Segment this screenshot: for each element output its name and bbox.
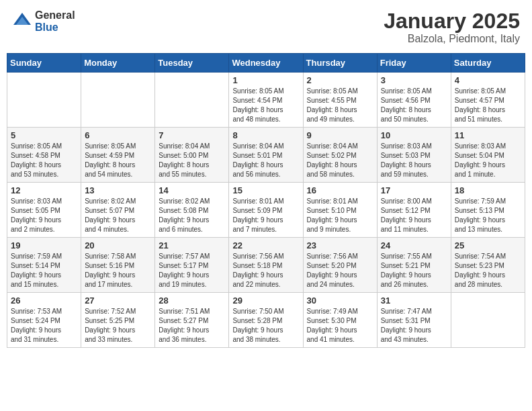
day-info: Sunrise: 7:54 AM Sunset: 5:23 PM Dayligh…	[455, 252, 521, 289]
weekday-header-friday: Friday	[377, 54, 451, 73]
calendar-cell: 15Sunrise: 8:01 AM Sunset: 5:09 PM Dayli…	[229, 183, 303, 238]
day-number: 7	[159, 130, 225, 140]
day-info: Sunrise: 8:05 AM Sunset: 4:58 PM Dayligh…	[11, 142, 77, 179]
day-info: Sunrise: 8:00 AM Sunset: 5:12 PM Dayligh…	[381, 197, 447, 234]
logo-text: General Blue	[35, 9, 75, 33]
day-number: 14	[159, 185, 225, 195]
day-number: 30	[307, 295, 373, 306]
day-info: Sunrise: 8:04 AM Sunset: 5:02 PM Dayligh…	[307, 142, 373, 179]
day-number: 17	[381, 185, 447, 195]
calendar-cell: 7Sunrise: 8:04 AM Sunset: 5:00 PM Daylig…	[155, 128, 229, 183]
day-info: Sunrise: 8:05 AM Sunset: 4:59 PM Dayligh…	[85, 142, 151, 179]
logo-blue-label: Blue	[35, 21, 75, 34]
calendar-cell: 29Sunrise: 7:50 AM Sunset: 5:28 PM Dayli…	[229, 293, 303, 348]
calendar-cell: 3Sunrise: 8:05 AM Sunset: 4:56 PM Daylig…	[377, 73, 451, 128]
day-info: Sunrise: 7:51 AM Sunset: 5:27 PM Dayligh…	[159, 307, 225, 345]
day-number: 23	[307, 240, 373, 250]
calendar-cell: 9Sunrise: 8:04 AM Sunset: 5:02 PM Daylig…	[303, 128, 377, 183]
day-info: Sunrise: 8:05 AM Sunset: 4:57 PM Dayligh…	[455, 87, 521, 124]
day-info: Sunrise: 8:01 AM Sunset: 5:10 PM Dayligh…	[307, 197, 373, 234]
day-number: 19	[11, 240, 77, 250]
calendar-cell: 4Sunrise: 8:05 AM Sunset: 4:57 PM Daylig…	[451, 73, 525, 128]
weekday-header-tuesday: Tuesday	[155, 54, 229, 73]
calendar-cell: 18Sunrise: 7:59 AM Sunset: 5:13 PM Dayli…	[451, 183, 525, 238]
calendar-table: SundayMondayTuesdayWednesdayThursdayFrid…	[7, 53, 525, 348]
day-number: 25	[455, 240, 521, 250]
calendar-cell: 8Sunrise: 8:04 AM Sunset: 5:01 PM Daylig…	[229, 128, 303, 183]
day-info: Sunrise: 8:03 AM Sunset: 5:04 PM Dayligh…	[455, 142, 521, 179]
day-info: Sunrise: 7:58 AM Sunset: 5:16 PM Dayligh…	[85, 252, 151, 289]
day-number: 1	[232, 75, 299, 85]
week-row-3: 12Sunrise: 8:03 AM Sunset: 5:05 PM Dayli…	[7, 183, 525, 238]
calendar-cell: 16Sunrise: 8:01 AM Sunset: 5:10 PM Dayli…	[303, 183, 377, 238]
calendar-cell: 5Sunrise: 8:05 AM Sunset: 4:58 PM Daylig…	[7, 128, 81, 183]
day-info: Sunrise: 8:01 AM Sunset: 5:09 PM Dayligh…	[232, 197, 299, 234]
week-row-1: 1Sunrise: 8:05 AM Sunset: 4:54 PM Daylig…	[7, 73, 525, 128]
calendar-cell	[81, 73, 155, 128]
weekday-header-thursday: Thursday	[303, 54, 377, 73]
day-info: Sunrise: 7:56 AM Sunset: 5:18 PM Dayligh…	[232, 252, 299, 289]
calendar-cell: 12Sunrise: 8:03 AM Sunset: 5:05 PM Dayli…	[7, 183, 81, 238]
day-info: Sunrise: 7:55 AM Sunset: 5:21 PM Dayligh…	[381, 252, 447, 289]
calendar-cell: 20Sunrise: 7:58 AM Sunset: 5:16 PM Dayli…	[81, 238, 155, 293]
day-info: Sunrise: 7:49 AM Sunset: 5:30 PM Dayligh…	[307, 307, 373, 345]
day-number: 4	[455, 75, 521, 85]
day-info: Sunrise: 7:47 AM Sunset: 5:31 PM Dayligh…	[381, 307, 447, 345]
day-number: 24	[381, 240, 447, 250]
day-number: 12	[11, 185, 77, 195]
calendar-cell	[451, 293, 525, 348]
day-info: Sunrise: 8:03 AM Sunset: 5:03 PM Dayligh…	[381, 142, 447, 179]
calendar-cell	[155, 73, 229, 128]
day-number: 31	[381, 295, 447, 306]
day-number: 29	[232, 295, 299, 306]
calendar-cell: 19Sunrise: 7:59 AM Sunset: 5:14 PM Dayli…	[7, 238, 81, 293]
calendar-cell: 25Sunrise: 7:54 AM Sunset: 5:23 PM Dayli…	[451, 238, 525, 293]
day-info: Sunrise: 8:05 AM Sunset: 4:56 PM Dayligh…	[381, 87, 447, 124]
day-info: Sunrise: 7:56 AM Sunset: 5:20 PM Dayligh…	[307, 252, 373, 289]
day-number: 22	[232, 240, 299, 250]
day-number: 13	[85, 185, 151, 195]
location-label: Balzola, Piedmont, Italy	[384, 33, 520, 45]
day-number: 3	[381, 75, 447, 85]
calendar-cell: 6Sunrise: 8:05 AM Sunset: 4:59 PM Daylig…	[81, 128, 155, 183]
day-info: Sunrise: 7:57 AM Sunset: 5:17 PM Dayligh…	[159, 252, 225, 289]
day-info: Sunrise: 7:50 AM Sunset: 5:28 PM Dayligh…	[232, 307, 299, 345]
calendar-cell: 13Sunrise: 8:02 AM Sunset: 5:07 PM Dayli…	[81, 183, 155, 238]
day-info: Sunrise: 8:03 AM Sunset: 5:05 PM Dayligh…	[11, 197, 77, 234]
weekday-header-monday: Monday	[81, 54, 155, 73]
calendar-cell: 24Sunrise: 7:55 AM Sunset: 5:21 PM Dayli…	[377, 238, 451, 293]
day-number: 21	[159, 240, 225, 250]
day-info: Sunrise: 8:05 AM Sunset: 4:54 PM Dayligh…	[232, 87, 299, 124]
calendar-cell: 1Sunrise: 8:05 AM Sunset: 4:54 PM Daylig…	[229, 73, 303, 128]
day-number: 15	[232, 185, 299, 195]
calendar-cell: 22Sunrise: 7:56 AM Sunset: 5:18 PM Dayli…	[229, 238, 303, 293]
calendar-cell: 27Sunrise: 7:52 AM Sunset: 5:25 PM Dayli…	[81, 293, 155, 348]
weekday-header-saturday: Saturday	[451, 54, 525, 73]
calendar-cell: 11Sunrise: 8:03 AM Sunset: 5:04 PM Dayli…	[451, 128, 525, 183]
calendar-cell: 17Sunrise: 8:00 AM Sunset: 5:12 PM Dayli…	[377, 183, 451, 238]
day-info: Sunrise: 8:02 AM Sunset: 5:07 PM Dayligh…	[85, 197, 151, 234]
day-number: 16	[307, 185, 373, 195]
month-title: January 2025	[384, 9, 520, 33]
day-info: Sunrise: 7:59 AM Sunset: 5:13 PM Dayligh…	[455, 197, 521, 234]
day-number: 20	[85, 240, 151, 250]
day-info: Sunrise: 7:52 AM Sunset: 5:25 PM Dayligh…	[85, 307, 151, 345]
day-number: 27	[85, 295, 151, 306]
day-info: Sunrise: 7:53 AM Sunset: 5:24 PM Dayligh…	[11, 307, 77, 345]
day-info: Sunrise: 8:04 AM Sunset: 5:01 PM Dayligh…	[232, 142, 299, 179]
calendar-cell	[7, 73, 81, 128]
title-section: January 2025 Balzola, Piedmont, Italy	[384, 9, 520, 45]
day-number: 26	[11, 295, 77, 306]
calendar-cell: 2Sunrise: 8:05 AM Sunset: 4:55 PM Daylig…	[303, 73, 377, 128]
day-info: Sunrise: 8:04 AM Sunset: 5:00 PM Dayligh…	[159, 142, 225, 179]
calendar-cell: 21Sunrise: 7:57 AM Sunset: 5:17 PM Dayli…	[155, 238, 229, 293]
week-row-4: 19Sunrise: 7:59 AM Sunset: 5:14 PM Dayli…	[7, 238, 525, 293]
day-number: 18	[455, 185, 521, 195]
week-row-2: 5Sunrise: 8:05 AM Sunset: 4:58 PM Daylig…	[7, 128, 525, 183]
calendar-cell: 26Sunrise: 7:53 AM Sunset: 5:24 PM Dayli…	[7, 293, 81, 348]
day-number: 5	[11, 130, 77, 140]
calendar-cell: 28Sunrise: 7:51 AM Sunset: 5:27 PM Dayli…	[155, 293, 229, 348]
calendar-cell: 31Sunrise: 7:47 AM Sunset: 5:31 PM Dayli…	[377, 293, 451, 348]
weekday-header-sunday: Sunday	[7, 54, 81, 73]
calendar-cell: 10Sunrise: 8:03 AM Sunset: 5:03 PM Dayli…	[377, 128, 451, 183]
